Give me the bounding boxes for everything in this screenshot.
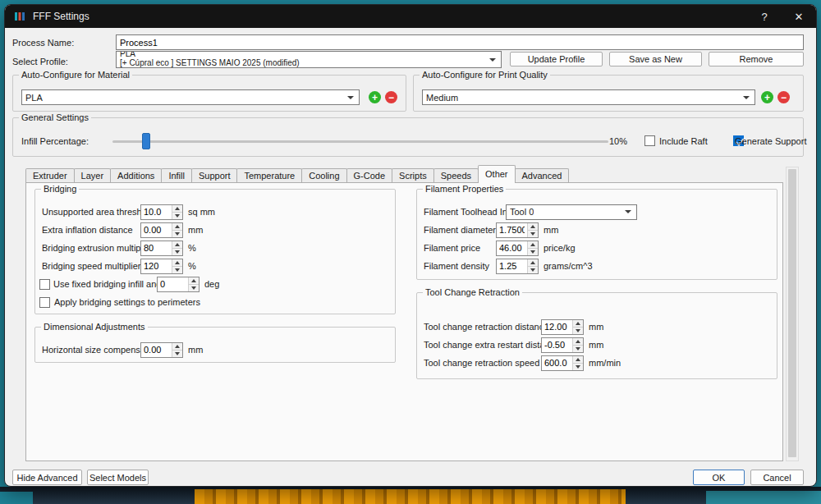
extra-inflation-distance-input[interactable] — [141, 223, 172, 237]
process-name-input[interactable] — [116, 34, 804, 50]
remove-profile-button[interactable]: Remove — [709, 52, 804, 66]
triangle-down-icon — [530, 232, 535, 236]
include-raft-label[interactable]: Include Raft — [659, 136, 708, 146]
unit-label: % — [188, 243, 196, 253]
cancel-button[interactable]: Cancel — [750, 470, 804, 485]
spin-up-button[interactable] — [172, 205, 182, 212]
spin-down-button[interactable] — [189, 284, 199, 291]
extra-inflation-distance-spinbox — [140, 222, 183, 238]
fixed-bridging-angle-input[interactable] — [158, 277, 188, 291]
unit-label: price/kg — [544, 243, 576, 253]
hide-advanced-button[interactable]: Hide Advanced — [12, 470, 82, 485]
add-material-button[interactable]: + — [369, 91, 381, 103]
ok-button[interactable]: OK — [693, 470, 745, 485]
tab-temperature[interactable]: Temperature — [236, 168, 302, 182]
spin-up-button[interactable] — [172, 223, 182, 230]
filament-price-input[interactable] — [497, 241, 527, 255]
spin-up-button[interactable] — [528, 223, 538, 230]
spin-up-button[interactable] — [172, 259, 182, 266]
apply-bridging-perimeters-label[interactable]: Apply bridging settings to perimeters — [54, 297, 200, 307]
tab-advanced[interactable]: Advanced — [515, 168, 570, 182]
spin-down-button[interactable] — [172, 350, 182, 357]
tab-scripts[interactable]: Scripts — [392, 168, 434, 182]
spin-down-button[interactable] — [573, 363, 583, 370]
vertical-scrollbar[interactable] — [786, 167, 799, 461]
spin-up-button[interactable] — [172, 241, 182, 248]
bridging-group: Bridging Unsupported area threshold sq m… — [34, 189, 396, 314]
spin-buttons — [172, 343, 182, 357]
tab-speeds[interactable]: Speeds — [433, 168, 479, 182]
tab-other[interactable]: Other — [478, 165, 516, 183]
quality-select[interactable]: Medium — [422, 89, 755, 105]
spin-up-button[interactable] — [573, 320, 583, 327]
filament-diameter-input[interactable] — [497, 223, 527, 237]
tool-change-retraction-distance-input[interactable] — [542, 320, 572, 334]
spin-up-button[interactable] — [528, 241, 538, 248]
bridging-speed-multiplier-input[interactable] — [141, 259, 172, 273]
help-button[interactable]: ? — [747, 5, 782, 28]
tab-layer[interactable]: Layer — [74, 168, 112, 182]
filament-density-input[interactable] — [497, 259, 527, 273]
include-raft-checkbox[interactable] — [644, 135, 655, 146]
spin-down-button[interactable] — [172, 230, 182, 237]
spin-down-button[interactable] — [172, 266, 182, 273]
filament-density-spinbox — [496, 259, 539, 274]
spin-down-button[interactable] — [573, 327, 583, 334]
material-select[interactable]: PLA — [21, 89, 360, 105]
update-profile-button[interactable]: Update Profile — [510, 52, 603, 66]
use-fixed-bridging-angle-checkbox[interactable] — [39, 279, 50, 290]
tab-infill[interactable]: Infill — [161, 168, 192, 182]
spin-up-button[interactable] — [573, 338, 583, 345]
generate-support-label[interactable]: Generate Support — [735, 136, 806, 146]
spin-down-button[interactable] — [528, 266, 538, 273]
triangle-up-icon — [191, 279, 196, 282]
filament-properties-title: Filament Properties — [423, 184, 506, 195]
spin-down-button[interactable] — [172, 248, 182, 255]
tab-support[interactable]: Support — [191, 168, 238, 182]
save-as-new-button[interactable]: Save as New — [609, 52, 702, 66]
bridging-extrusion-multiplier-input[interactable] — [141, 241, 172, 255]
tab-cooling[interactable]: Cooling — [301, 168, 346, 182]
select-models-button[interactable]: Select Models — [87, 470, 149, 485]
unit-label: mm — [188, 345, 203, 355]
scrollbar-thumb[interactable] — [788, 169, 796, 457]
tool-change-extra-restart-input[interactable] — [542, 338, 572, 352]
settings-row: Filament price price/kg — [417, 239, 777, 257]
spin-up-button[interactable] — [172, 343, 182, 350]
triangle-up-icon — [175, 225, 180, 228]
tab-gcode[interactable]: G-Code — [346, 168, 393, 182]
spin-buttons — [172, 205, 182, 219]
unsupported-area-threshold-input[interactable] — [141, 205, 172, 219]
spin-up-button[interactable] — [189, 277, 199, 284]
triangle-down-icon — [530, 250, 535, 254]
remove-material-button[interactable]: − — [385, 91, 397, 103]
apply-bridging-perimeters-checkbox[interactable] — [39, 297, 50, 308]
infill-slider-handle[interactable] — [142, 133, 150, 149]
profile-select[interactable]: PLA [+ Cúpral eco ] SETTINGS MAIO 2025 (… — [116, 51, 502, 68]
tab-extruder[interactable]: Extruder — [25, 168, 75, 182]
extra-inflation-distance-label: Extra inflation distance — [42, 225, 140, 235]
horizontal-size-compensation-input[interactable] — [141, 343, 172, 357]
close-button[interactable]: ✕ — [782, 5, 816, 28]
filament-toolhead-select[interactable]: Tool 0 — [506, 204, 637, 220]
spin-down-button[interactable] — [573, 345, 583, 352]
spin-up-button[interactable] — [573, 356, 583, 363]
triangle-up-icon — [576, 322, 580, 325]
tab-additions[interactable]: Additions — [110, 168, 162, 182]
use-fixed-bridging-angle-label[interactable]: Use fixed bridging infill angle — [53, 279, 157, 289]
titlebar: FFF Settings ? ✕ — [5, 5, 816, 28]
unsupported-area-threshold-label: Unsupported area threshold — [42, 207, 140, 217]
settings-row: Horizontal size compensation mm — [35, 341, 395, 359]
unit-label: % — [188, 261, 196, 271]
infill-slider-track[interactable] — [112, 140, 608, 143]
tool-change-retraction-speed-input[interactable] — [542, 356, 572, 370]
triangle-down-icon — [576, 365, 580, 369]
triangle-down-icon — [175, 214, 180, 218]
spin-down-button[interactable] — [528, 230, 538, 237]
add-quality-button[interactable]: + — [761, 91, 773, 103]
spin-down-button[interactable] — [172, 212, 182, 219]
spin-up-button[interactable] — [528, 259, 538, 266]
spin-down-button[interactable] — [528, 248, 538, 255]
tool-change-retraction-speed-label: Tool change retraction speed — [424, 358, 541, 368]
remove-quality-button[interactable]: − — [777, 91, 790, 103]
